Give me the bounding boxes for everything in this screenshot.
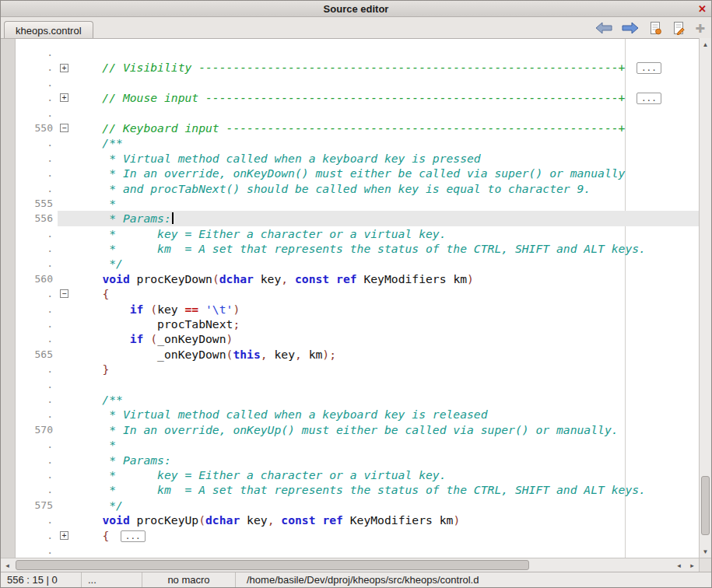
collapsed-fold-ellipsis[interactable]: ... (637, 93, 661, 104)
code-line[interactable]: . } (16, 362, 699, 376)
code-line[interactable]: . if (key == '\t') (16, 302, 699, 317)
code-line[interactable]: . */ (16, 256, 699, 271)
code-line[interactable]: . * Params: (16, 453, 699, 467)
code-text[interactable]: void procKeyDown(dchar key, const ref Ke… (75, 271, 699, 286)
vertical-scroll-track[interactable] (700, 51, 711, 545)
fold-margin[interactable]: + (58, 60, 75, 75)
code-line[interactable]: . void procKeyUp(dchar key, const ref Ke… (16, 513, 699, 527)
code-line[interactable]: . /** (16, 392, 699, 407)
code-line[interactable]: . (16, 75, 699, 90)
code-text[interactable]: * In an override, onKeyDown() must eithe… (75, 166, 699, 180)
scroll-left-icon[interactable]: ◂ (1, 558, 14, 572)
code-line[interactable]: . /** (16, 135, 699, 150)
code-text[interactable]: // Mouse input -------------------------… (75, 90, 699, 105)
code-text[interactable]: { (75, 286, 699, 301)
code-text[interactable]: * Virtual method called when a keyboard … (75, 151, 699, 166)
code-line[interactable]: . * km = A set that represents the statu… (16, 241, 699, 256)
code-text[interactable] (75, 75, 699, 90)
vertical-scrollbar[interactable]: ▲ ▼ (699, 38, 711, 558)
code-text[interactable]: * km = A set that represents the status … (75, 241, 699, 256)
code-line[interactable]: . (16, 543, 699, 558)
fold-margin[interactable]: + (58, 90, 75, 105)
code-text[interactable]: {... (75, 528, 699, 543)
tab-kheops-control[interactable]: kheops.control (4, 21, 93, 40)
code-line[interactable]: . * key = Either a character or a virtua… (16, 226, 699, 241)
code-text[interactable]: } (75, 362, 699, 376)
breakpoint-margin[interactable] (1, 39, 16, 558)
code-text[interactable]: * (75, 437, 699, 452)
code-text[interactable] (75, 377, 699, 392)
code-text[interactable]: void procKeyUp(dchar key, const ref KeyM… (75, 513, 699, 527)
scroll-left-secondary-icon[interactable]: ◂ (672, 558, 686, 572)
titlebar[interactable]: Source editor ✕ (1, 1, 711, 17)
nav-back-icon[interactable] (595, 20, 612, 36)
document-modified-icon[interactable] (648, 20, 662, 36)
nav-forward-icon[interactable] (622, 20, 639, 36)
code-line[interactable]: . (16, 377, 699, 392)
code-line[interactable]: .+ // Mouse input ----------------------… (16, 90, 699, 105)
code-text[interactable] (75, 543, 699, 558)
code-text[interactable]: * key = Either a character or a virtual … (75, 226, 699, 241)
scroll-right-icon[interactable]: ▸ (686, 558, 699, 572)
code-line[interactable]: . * Virtual method called when a keyboar… (16, 151, 699, 166)
code-line[interactable]: . procTabNext; (16, 317, 699, 331)
fold-expanded-icon[interactable]: − (60, 289, 68, 298)
code-line[interactable]: .+ // Visibility -----------------------… (16, 60, 699, 75)
scroll-down-icon[interactable]: ▼ (700, 545, 711, 558)
code-line[interactable]: . (16, 106, 699, 121)
code-line[interactable]: 550− // Keyboard input -----------------… (16, 121, 699, 135)
document-edit-icon[interactable] (672, 20, 686, 36)
code-line[interactable]: . * Virtual method called when a keyboar… (16, 407, 699, 422)
detach-icon[interactable]: ✚ (695, 20, 705, 36)
code-area[interactable]: ..+ // Visibility ----------------------… (16, 39, 699, 558)
code-line[interactable]: 575 */ (16, 498, 699, 513)
editor[interactable]: ..+ // Visibility ----------------------… (1, 38, 699, 558)
code-line[interactable]: .− { (16, 286, 699, 301)
code-line[interactable]: . * key = Either a character or a virtua… (16, 467, 699, 482)
code-line[interactable]: . (16, 45, 699, 60)
code-text[interactable]: */ (75, 498, 699, 513)
code-text[interactable]: _onKeyDown(this, key, km); (75, 347, 699, 362)
code-line[interactable]: . if (_onKeyDown) (16, 331, 699, 346)
fold-margin[interactable]: − (58, 121, 75, 135)
code-text[interactable]: * Params: (75, 211, 699, 226)
horizontal-scroll-track[interactable] (14, 558, 672, 572)
vertical-scroll-thumb[interactable] (701, 476, 710, 535)
collapsed-fold-ellipsis[interactable]: ... (121, 530, 146, 542)
code-line[interactable]: . * km = A set that represents the statu… (16, 482, 699, 497)
scroll-up-icon[interactable]: ▲ (700, 38, 711, 51)
horizontal-scrollbar[interactable]: ◂ ◂ ▸ (1, 558, 699, 572)
close-icon[interactable]: ✕ (698, 1, 707, 16)
code-text[interactable]: * In an override, onKeyUp() must either … (75, 422, 699, 437)
code-text[interactable]: if (_onKeyDown) (75, 331, 699, 346)
fold-collapsed-icon[interactable]: + (60, 93, 68, 102)
code-line[interactable]: . * (16, 437, 699, 452)
code-text[interactable]: * (75, 196, 699, 211)
code-line[interactable]: . * In an override, onKeyDown() must eit… (16, 166, 699, 180)
fold-margin[interactable]: + (58, 528, 75, 543)
code-line[interactable]: . * and procTabNext() should be called w… (16, 181, 699, 196)
code-text[interactable]: */ (75, 256, 699, 271)
code-text[interactable]: if (key == '\t') (75, 302, 699, 317)
code-text[interactable]: * km = A set that represents the status … (75, 482, 699, 497)
code-text[interactable] (75, 106, 699, 121)
code-line[interactable]: .+ {... (16, 528, 699, 543)
code-text[interactable]: // Visibility --------------------------… (75, 60, 699, 75)
code-line[interactable]: 555 * (16, 196, 699, 211)
code-text[interactable]: * Params: (75, 453, 699, 467)
fold-expanded-icon[interactable]: − (60, 124, 68, 132)
horizontal-scroll-thumb[interactable] (16, 560, 529, 570)
code-text[interactable]: /** (75, 135, 699, 150)
code-text[interactable]: // Keyboard input ----------------------… (75, 121, 699, 135)
fold-collapsed-icon[interactable]: + (60, 64, 68, 72)
code-line[interactable]: 560 void procKeyDown(dchar key, const re… (16, 271, 699, 286)
code-text[interactable]: * and procTabNext() should be called whe… (75, 181, 699, 196)
code-text[interactable]: * Virtual method called when a keyboard … (75, 407, 699, 422)
code-text[interactable]: procTabNext; (75, 317, 699, 331)
code-line[interactable]: 565 _onKeyDown(this, key, km); (16, 347, 699, 362)
collapsed-fold-ellipsis[interactable]: ... (637, 62, 661, 74)
code-line[interactable]: 570 * In an override, onKeyUp() must eit… (16, 422, 699, 437)
fold-collapsed-icon[interactable]: + (60, 531, 68, 540)
fold-margin[interactable]: − (58, 286, 75, 301)
code-text[interactable]: * key = Either a character or a virtual … (75, 467, 699, 482)
